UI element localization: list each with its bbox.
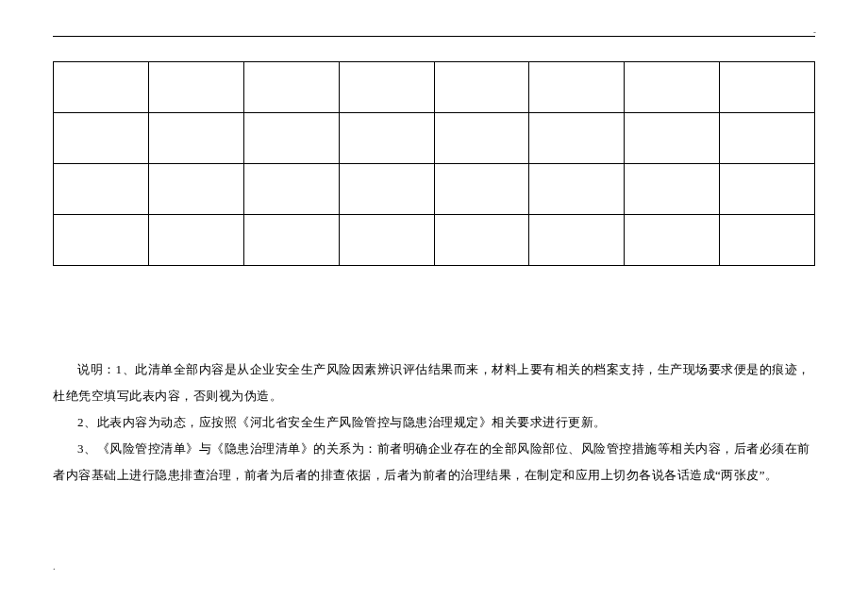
note-2: 2、此表内容为动态，应按照《河北省安全生产风险管控与隐患治理规定》相关要求进行更…: [53, 409, 815, 436]
cell: [625, 215, 720, 266]
cell: [148, 215, 243, 266]
cell: [339, 113, 434, 164]
data-table: [53, 61, 815, 266]
notes-section: 说明：1、此清单全部内容是从企业安全生产风险因素辨识评估结果而来，材料上要有相关…: [53, 357, 815, 489]
cell: [54, 62, 149, 113]
cell: [720, 62, 815, 113]
cell: [434, 62, 529, 113]
cell: [148, 62, 243, 113]
cell: [434, 164, 529, 215]
cell: [529, 215, 625, 266]
cell: [339, 62, 434, 113]
table-row: [54, 215, 815, 266]
cell: [148, 164, 243, 215]
cell: [339, 215, 434, 266]
cell: [243, 215, 339, 266]
cell: [720, 164, 815, 215]
cell: [720, 215, 815, 266]
cell: [529, 62, 625, 113]
note-3: 3、《风险管控清单》与《隐患治理清单》的关系为：前者明确企业存在的全部风险部位、…: [53, 436, 815, 489]
table-row: [54, 113, 815, 164]
cell: [625, 164, 720, 215]
cell: [625, 113, 720, 164]
cell: [54, 113, 149, 164]
blank-table: [53, 61, 815, 266]
table-row: [54, 62, 815, 113]
cell: [529, 164, 625, 215]
cell: [529, 113, 625, 164]
cell: [243, 164, 339, 215]
cell: [54, 215, 149, 266]
cell: [434, 215, 529, 266]
cell: [54, 164, 149, 215]
cell: [243, 62, 339, 113]
footer-mark: .: [53, 561, 56, 572]
cell: [434, 113, 529, 164]
cell: [720, 113, 815, 164]
cell: [148, 113, 243, 164]
cell: [243, 113, 339, 164]
table-row: [54, 164, 815, 215]
header-rule: [53, 36, 815, 37]
page-corner-mark: ..: [813, 26, 815, 35]
note-1: 说明：1、此清单全部内容是从企业安全生产风险因素辨识评估结果而来，材料上要有相关…: [53, 357, 815, 409]
cell: [339, 164, 434, 215]
cell: [625, 62, 720, 113]
